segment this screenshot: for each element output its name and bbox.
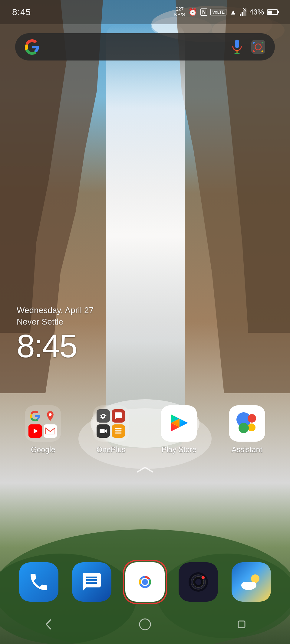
net-speed-unit: KB/S bbox=[174, 12, 185, 18]
volte-icon: VoLTE bbox=[210, 9, 226, 15]
svg-rect-10 bbox=[240, 14, 241, 16]
nfc-icon: N bbox=[200, 8, 208, 16]
back-button[interactable] bbox=[38, 614, 59, 635]
wallpaper-datetime: Wednesday, April 27 Never Settle 8:45 bbox=[17, 306, 94, 362]
camera-icon[interactable] bbox=[179, 562, 218, 602]
phone-icon[interactable] bbox=[19, 562, 58, 602]
svg-rect-13 bbox=[245, 8, 246, 16]
google-folder-wrapper[interactable]: Google bbox=[19, 405, 67, 454]
assistant-wrapper[interactable]: Assistant bbox=[223, 405, 271, 454]
svg-point-45 bbox=[248, 582, 256, 589]
svg-point-28 bbox=[248, 423, 255, 431]
youtube-mini bbox=[28, 424, 42, 438]
svg-point-39 bbox=[195, 579, 201, 585]
camera-dock-item[interactable] bbox=[179, 562, 218, 602]
svg-point-46 bbox=[140, 619, 150, 630]
play-store-wrapper[interactable]: Play Store bbox=[155, 405, 203, 454]
screen-recorder-mini bbox=[97, 424, 110, 438]
svg-point-29 bbox=[239, 423, 249, 433]
dock bbox=[0, 562, 290, 602]
google-folder-icon[interactable] bbox=[25, 405, 61, 442]
shelf-mini bbox=[112, 424, 125, 438]
messages-icon[interactable] bbox=[72, 562, 111, 602]
google-search-mini bbox=[28, 409, 42, 423]
google-g-logo bbox=[24, 39, 40, 55]
net-speed-value: 027 bbox=[176, 7, 184, 12]
svg-rect-15 bbox=[235, 40, 239, 48]
svg-point-27 bbox=[248, 414, 256, 423]
svg-rect-11 bbox=[242, 12, 243, 16]
navigation-bar bbox=[0, 605, 290, 644]
assistant-label: Assistant bbox=[232, 445, 262, 454]
messages-mini bbox=[112, 409, 125, 423]
svg-point-19 bbox=[49, 413, 52, 416]
settings-mini bbox=[97, 409, 110, 423]
battery-percent: 43% bbox=[249, 8, 264, 16]
battery-icon bbox=[267, 9, 278, 15]
play-store-label: Play Store bbox=[162, 445, 196, 454]
assistant-icon[interactable] bbox=[229, 405, 265, 442]
svg-rect-47 bbox=[238, 621, 245, 628]
alarm-icon: ⏰ bbox=[188, 8, 197, 16]
recents-button[interactable] bbox=[231, 614, 252, 635]
status-time: 8:45 bbox=[12, 7, 31, 17]
messages-dock-item[interactable] bbox=[72, 562, 111, 602]
network-speed: 027 KB/S bbox=[174, 7, 185, 17]
app-drawer-handle[interactable] bbox=[136, 466, 154, 477]
google-folder-label: Google bbox=[31, 445, 55, 454]
lens-search-button[interactable] bbox=[251, 39, 266, 54]
svg-marker-22 bbox=[104, 429, 107, 433]
wallpaper-motto: Never Settle bbox=[17, 317, 94, 327]
svg-rect-23 bbox=[115, 428, 121, 430]
signal-icon bbox=[240, 8, 246, 16]
svg-rect-4 bbox=[106, 24, 185, 448]
svg-rect-24 bbox=[115, 430, 121, 432]
voice-search-button[interactable] bbox=[229, 39, 245, 54]
oneplus-folder-icon[interactable] bbox=[93, 405, 129, 442]
svg-point-42 bbox=[251, 574, 259, 583]
oneplus-folder-label: OnePlus bbox=[97, 445, 126, 454]
home-button[interactable] bbox=[134, 614, 156, 635]
status-icons: 027 KB/S ⏰ N VoLTE ▲ 43% bbox=[174, 7, 278, 17]
svg-point-40 bbox=[202, 576, 205, 579]
svg-marker-20 bbox=[34, 429, 38, 433]
status-bar: 8:45 027 KB/S ⏰ N VoLTE ▲ 43% bbox=[0, 0, 290, 24]
svg-rect-12 bbox=[243, 10, 245, 16]
svg-point-34 bbox=[142, 579, 148, 585]
app-grid: Google bbox=[0, 405, 290, 454]
wallpaper-time: 8:45 bbox=[17, 330, 94, 362]
google-maps-mini bbox=[44, 409, 57, 423]
svg-rect-25 bbox=[115, 433, 121, 434]
phone-dock-item[interactable] bbox=[19, 562, 58, 602]
search-bar[interactable] bbox=[15, 33, 275, 60]
weather-icon[interactable] bbox=[232, 562, 271, 602]
chrome-icon[interactable] bbox=[125, 562, 165, 602]
weather-dock-item[interactable] bbox=[232, 562, 271, 602]
chrome-dock-item[interactable] bbox=[125, 562, 165, 602]
play-store-icon[interactable] bbox=[161, 405, 197, 442]
wifi-icon: ▲ bbox=[229, 8, 237, 16]
svg-rect-21 bbox=[100, 429, 104, 433]
gmail-mini bbox=[44, 424, 57, 438]
oneplus-folder-wrapper[interactable]: OnePlus bbox=[87, 405, 135, 454]
wallpaper-date: Wednesday, April 27 bbox=[17, 306, 94, 315]
